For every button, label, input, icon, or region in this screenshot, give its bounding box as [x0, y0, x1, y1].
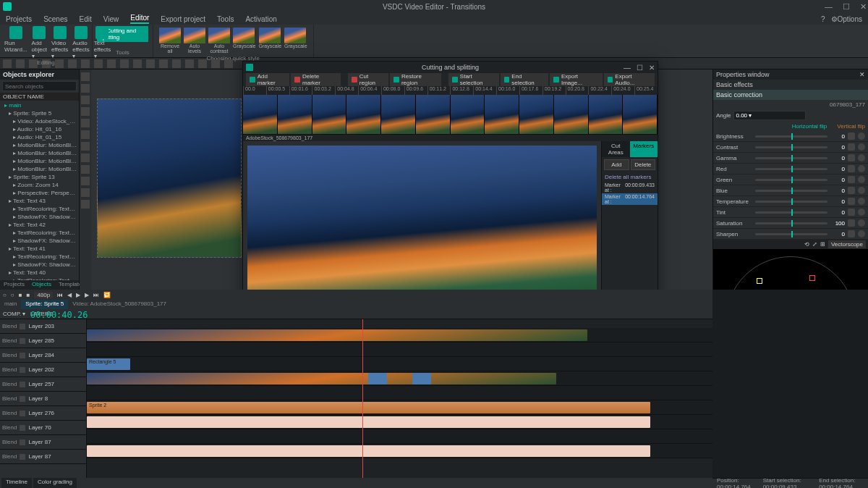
prop-keyframe-icon[interactable]: [848, 187, 855, 194]
tree-node[interactable]: ▸ TextRecoloring: TextRecoloring: [1, 253, 77, 261]
run-wizard-button[interactable]: Run Wizard...: [4, 26, 27, 59]
tree-node[interactable]: ▸ main: [1, 101, 77, 109]
timeline-tracks[interactable]: Rectangle 5 Sprite 2: [87, 319, 712, 478]
tree-node[interactable]: ▸ Video: AdobeStock_124972356_1...: [1, 117, 77, 125]
export-audio-button[interactable]: Export Audio...: [604, 72, 655, 87]
layer-toggle[interactable]: [20, 454, 25, 460]
tree-node[interactable]: ▸ Audio: Hit_01_16: [1, 125, 77, 133]
vectorscope-label[interactable]: Vectorscope: [828, 240, 866, 248]
markers-tab[interactable]: Markers: [630, 141, 658, 157]
tree-node[interactable]: ▸ MotionBlur: MotionBlur 15: [1, 149, 77, 157]
layer-toggle[interactable]: [20, 396, 25, 402]
layer-toggle[interactable]: [20, 439, 25, 445]
transition-clip-2[interactable]: [412, 373, 431, 384]
tree-node[interactable]: ▸ Audio: Hit_01_15: [1, 133, 77, 141]
angle-input[interactable]: [733, 111, 806, 120]
prop-slider[interactable]: [755, 157, 827, 159]
tree-node[interactable]: ▸ Text: Text 43: [1, 197, 77, 205]
ts-btn-13[interactable]: [159, 59, 168, 68]
video-effects-button[interactable]: Video effects ▾: [51, 26, 68, 59]
vt-chart-icon[interactable]: [81, 142, 90, 151]
vt-rect-icon[interactable]: [81, 84, 90, 93]
prop-reset-icon[interactable]: [858, 154, 865, 161]
tree-node[interactable]: ▸ Text: Text 42: [1, 221, 77, 229]
prop-slider[interactable]: [755, 190, 827, 192]
audio-effects-button[interactable]: Audio effects ▾: [72, 26, 89, 59]
prop-slider[interactable]: [755, 168, 827, 170]
layer-row[interactable]: BlendLayer 87: [0, 435, 86, 450]
prop-reset-icon[interactable]: [858, 198, 865, 205]
resolution-selector[interactable]: 480p: [34, 292, 53, 298]
dialog-maximize-button[interactable]: ☐: [637, 64, 643, 72]
bottom-tab-color-grading[interactable]: Color grading: [33, 478, 77, 488]
ts-btn-9[interactable]: [107, 59, 116, 68]
delete-marker-button[interactable]: Delete marker: [291, 72, 341, 87]
layer-row[interactable]: BlendLayer 70: [0, 421, 86, 435]
layer-toggle[interactable]: [20, 382, 25, 387]
layer-row[interactable]: BlendLayer 257: [0, 377, 86, 392]
prop-slider[interactable]: [755, 211, 827, 214]
tree-node[interactable]: ▸ TextRecoloring: TextRecoloring: [1, 205, 77, 213]
style-grayscale-1[interactable]: Grayscale: [233, 28, 256, 54]
tree-node[interactable]: ▸ Sprite: Sprite 5: [1, 109, 77, 117]
restore-region-button[interactable]: Restore region: [390, 72, 441, 87]
video-clip-2[interactable]: [87, 373, 556, 384]
ts-btn-15[interactable]: [185, 59, 194, 68]
ts-btn-16[interactable]: [198, 59, 207, 68]
tree-node[interactable]: ▸ Zoom: Zoom 14: [1, 181, 77, 189]
ts-btn-17[interactable]: [211, 59, 220, 68]
ts-btn-18[interactable]: [224, 59, 233, 68]
scope-btn-1[interactable]: ⟲: [804, 241, 809, 248]
tree-node[interactable]: ▸ TextRecoloring: TextRecoloring: [1, 229, 77, 237]
tree-node[interactable]: ▸ Sprite: Sprite 13: [1, 173, 77, 181]
style-auto-contrast[interactable]: Auto contrast: [208, 28, 230, 54]
transition-clip-1[interactable]: [368, 373, 387, 384]
layer-row[interactable]: BlendLayer 203: [0, 319, 86, 334]
prop-slider[interactable]: [755, 146, 827, 148]
help-button[interactable]: ?: [821, 15, 825, 23]
tree-node[interactable]: ▸ Perspective: Perspective 4: [1, 189, 77, 197]
ts-btn-8[interactable]: [94, 59, 103, 68]
dialog-filmstrip[interactable]: [243, 95, 658, 135]
export-image-button[interactable]: Export Image...: [550, 72, 602, 87]
menu-activation[interactable]: Activation: [245, 15, 276, 23]
prop-keyframe-icon[interactable]: [848, 143, 855, 151]
tree-node[interactable]: ▸ MotionBlur: MotionBlur 16: [1, 141, 77, 149]
vt-counter-icon[interactable]: [81, 200, 90, 209]
comp-dropdown[interactable]: COMP. ▾: [3, 311, 25, 317]
end-selection-button[interactable]: End selection: [501, 72, 549, 87]
layer-toggle[interactable]: [20, 353, 25, 358]
properties-close-icon[interactable]: ✕: [859, 71, 865, 78]
tab-objects-explorer[interactable]: Objects exp...: [28, 280, 55, 290]
object-tree[interactable]: ▸ main▸ Sprite: Sprite 5▸ Video: AdobeSt…: [0, 101, 79, 280]
prop-reset-icon[interactable]: [858, 143, 865, 151]
layer-toggle[interactable]: [20, 425, 25, 431]
menu-edit[interactable]: Edit: [79, 15, 91, 23]
prop-slider[interactable]: [755, 201, 827, 203]
video-clip[interactable]: [87, 329, 587, 341]
layer-toggle[interactable]: [20, 411, 25, 416]
style-auto-levels[interactable]: Auto levels: [184, 28, 205, 54]
tab-projects-explorer[interactable]: Projects exp...: [0, 280, 28, 290]
playhead[interactable]: [362, 319, 363, 478]
vt-video-icon[interactable]: [81, 165, 90, 174]
delete-all-markers-link[interactable]: Delete all markers: [602, 172, 658, 182]
layer-row[interactable]: BlendLayer 284: [0, 348, 86, 363]
audio-clip-1[interactable]: [87, 416, 650, 428]
tree-node[interactable]: ▸ ShadowFX: ShadowFX 43: [1, 213, 77, 221]
ts-btn-12[interactable]: [146, 59, 155, 68]
vt-anim-icon[interactable]: [81, 188, 90, 197]
basic-correction-header[interactable]: Basic correction: [713, 90, 868, 100]
ts-btn-14[interactable]: [172, 59, 181, 68]
layer-toggle[interactable]: [20, 367, 25, 373]
prop-keyframe-icon[interactable]: [848, 132, 855, 140]
prop-keyframe-icon[interactable]: [848, 198, 855, 205]
prop-reset-icon[interactable]: [858, 187, 865, 194]
prop-reset-icon[interactable]: [858, 230, 865, 237]
prop-reset-icon[interactable]: [858, 165, 865, 172]
prop-reset-icon[interactable]: [858, 219, 865, 227]
dialog-time-ruler[interactable]: 00.000:00.500:01.600:03.200:04.800:06.40…: [243, 86, 658, 95]
layer-row[interactable]: BlendLayer 202: [0, 363, 86, 377]
vt-image-icon[interactable]: [81, 130, 90, 139]
prop-slider[interactable]: [755, 233, 827, 235]
